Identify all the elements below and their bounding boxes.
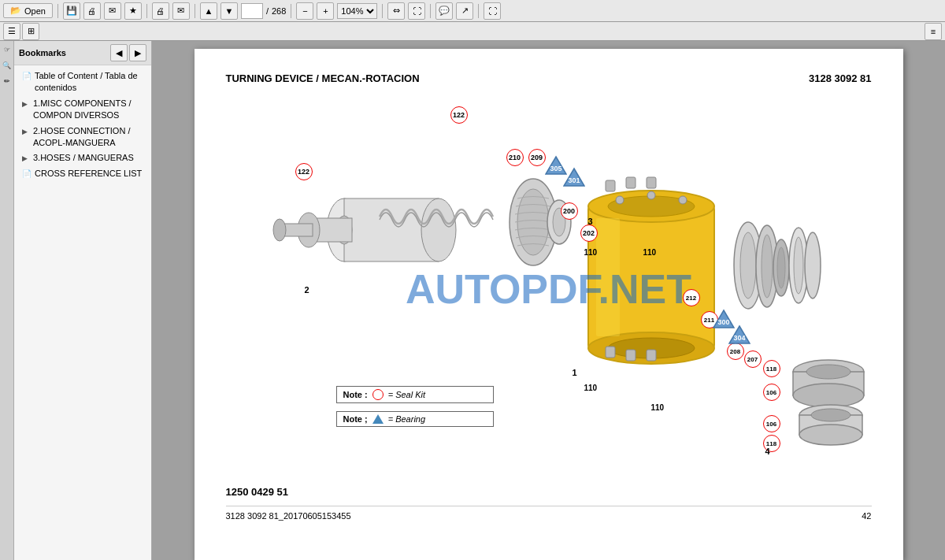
sidebar-item-cross[interactable]: 📄 CROSS REFERENCE LIST	[16, 166, 150, 181]
separator1	[57, 4, 58, 18]
sidebar-content: 📄 Table of Content / Tabla de contenidos…	[14, 65, 151, 560]
label-2: 2	[305, 285, 309, 295]
svg-point-19	[616, 196, 624, 204]
page-header: TURNING DEVICE / MECAN.-ROTACION 3128 30…	[226, 72, 872, 84]
prev-page-button[interactable]: ▲	[200, 2, 217, 20]
open-button[interactable]: 📂 Open	[3, 3, 53, 18]
expander-hose[interactable]: ▶	[22, 127, 30, 137]
label-110a: 110	[584, 248, 598, 257]
page-title-left: TURNING DEVICE / MECAN.-ROTACION	[226, 72, 420, 84]
label-209: 209	[528, 149, 546, 166]
label-301: 301	[563, 167, 585, 190]
sidebar-toggle-button[interactable]: ≡	[925, 23, 942, 40]
sidebar-controls: ◀ ▶	[110, 44, 146, 61]
main-area: ☞ 🔍 ✏ Bookmarks ◀ ▶ 📄 Table of Content /…	[0, 41, 945, 560]
page-footer: 3128 3092 81_20170605153455 42	[226, 506, 872, 521]
page-number-input[interactable]: 42	[241, 3, 263, 19]
page-separator: /	[266, 6, 269, 16]
svg-text:301: 301	[568, 176, 580, 184]
print-button[interactable]: 🖨	[83, 2, 101, 20]
svg-point-37	[799, 425, 862, 445]
toc-label: Table of Content / Tabla de contenidos	[35, 70, 146, 95]
expander-hoses[interactable]: ▶	[22, 154, 30, 164]
label-304: 304	[728, 325, 750, 347]
sidebar-wrap: ☞ 🔍 ✏ Bookmarks ◀ ▶ 📄 Table of Content /…	[0, 41, 152, 560]
page-total: 268	[272, 6, 286, 16]
svg-point-33	[793, 384, 864, 407]
svg-rect-40	[626, 177, 636, 188]
svg-rect-42	[606, 347, 615, 358]
label-210: 210	[506, 149, 524, 166]
mail2-button[interactable]: ✉	[172, 2, 190, 20]
secondary-toolbar: ☰ ⊞ ≡	[0, 22, 945, 41]
print2-button[interactable]: 🖨	[152, 2, 169, 20]
svg-point-38	[811, 409, 850, 421]
fit-width-button[interactable]: ⇔	[387, 2, 405, 20]
legend-note1-text: Note :	[343, 390, 368, 399]
svg-point-29	[794, 237, 803, 294]
svg-rect-16	[596, 218, 620, 336]
pencil-icon[interactable]: ✏	[2, 76, 13, 87]
document-page: TURNING DEVICE / MECAN.-ROTACION 3128 30…	[195, 49, 903, 560]
misc-label: 1.MISC COMPONENTS / COMPON DIVERSOS	[33, 98, 146, 122]
hand-icon[interactable]: ☞	[2, 44, 13, 55]
page-title-right: 3128 3092 81	[809, 72, 872, 84]
fullscreen-button[interactable]: ⛶	[484, 2, 501, 20]
sidebar-item-hoses[interactable]: ▶ 3.HOSES / MANGUERAS	[16, 150, 150, 165]
part-number: 1250 0429 51	[226, 486, 872, 498]
legend-note2-label: = Bearing	[388, 414, 425, 424]
label-106a: 106	[763, 384, 780, 401]
separator6	[430, 4, 431, 18]
svg-point-8	[273, 219, 286, 241]
svg-rect-43	[626, 350, 636, 361]
content-area[interactable]: TURNING DEVICE / MECAN.-ROTACION 3128 30…	[152, 41, 945, 560]
sidebar-item-toc[interactable]: 📄 Table of Content / Tabla de contenidos	[16, 69, 150, 96]
sidebar: Bookmarks ◀ ▶ 📄 Table of Content / Tabla…	[14, 41, 152, 560]
sidebar-item-misc[interactable]: ▶ 1.MISC COMPONENTS / COMPON DIVERSOS	[16, 96, 150, 124]
fit-page-button[interactable]: ⛶	[408, 2, 425, 20]
cross-label: CROSS REFERENCE LIST	[35, 168, 142, 180]
svg-text:304: 304	[733, 334, 745, 342]
label-207: 207	[744, 350, 762, 368]
footer-page-number: 42	[862, 511, 871, 521]
magnify-icon[interactable]: 🔍	[2, 60, 13, 71]
comment-button[interactable]: 💬	[435, 2, 453, 20]
next-page-button[interactable]: ▼	[220, 2, 238, 20]
svg-point-21	[679, 196, 687, 204]
grid-view-button[interactable]: ⊞	[22, 23, 39, 40]
legend-note2-text: Note ;	[343, 414, 368, 424]
expander-misc[interactable]: ▶	[22, 99, 30, 109]
sidebar-header: Bookmarks ◀ ▶	[14, 41, 151, 65]
separator5	[382, 4, 383, 18]
svg-point-25	[762, 235, 773, 298]
label-106b: 106	[763, 415, 780, 432]
open-label: Open	[24, 6, 46, 16]
view-mode-button[interactable]: ☰	[3, 23, 20, 40]
left-icon-strip: ☞ 🔍 ✏	[0, 41, 14, 560]
svg-point-10	[517, 189, 549, 255]
legend-circle-icon	[372, 389, 384, 400]
email-button[interactable]: ✉	[104, 2, 121, 20]
fav-button[interactable]: ★	[124, 2, 142, 20]
open-icon: 📂	[10, 6, 21, 16]
sidebar-back-button[interactable]: ◀	[110, 44, 128, 61]
label-118a: 118	[763, 360, 780, 377]
svg-rect-44	[647, 350, 656, 361]
svg-point-27	[777, 247, 785, 288]
label-212: 212	[683, 289, 700, 306]
separator3	[195, 4, 195, 18]
sidebar-forward-button[interactable]: ▶	[129, 44, 146, 61]
legend-note1-label: = Seal Kit	[388, 390, 425, 399]
save-button[interactable]: 💾	[63, 2, 80, 20]
diagram-area: AUTOPDF.NET	[226, 100, 872, 478]
doc-icon: 📄	[22, 71, 32, 82]
label-122a: 122	[450, 106, 468, 124]
sidebar-item-hose[interactable]: ▶ 2.HOSE CONNECTION / ACOPL-MANGUERA	[16, 124, 150, 151]
zoom-select[interactable]: 50% 75% 100% 104% 125% 150% 200%	[337, 3, 377, 19]
svg-point-30	[805, 232, 821, 299]
label-110c: 110	[584, 384, 598, 392]
share-button[interactable]: ↗	[456, 2, 473, 20]
hose-label: 2.HOSE CONNECTION / ACOPL-MANGUERA	[33, 125, 146, 150]
zoom-in-button[interactable]: +	[317, 2, 334, 20]
zoom-out-button[interactable]: −	[296, 2, 313, 20]
